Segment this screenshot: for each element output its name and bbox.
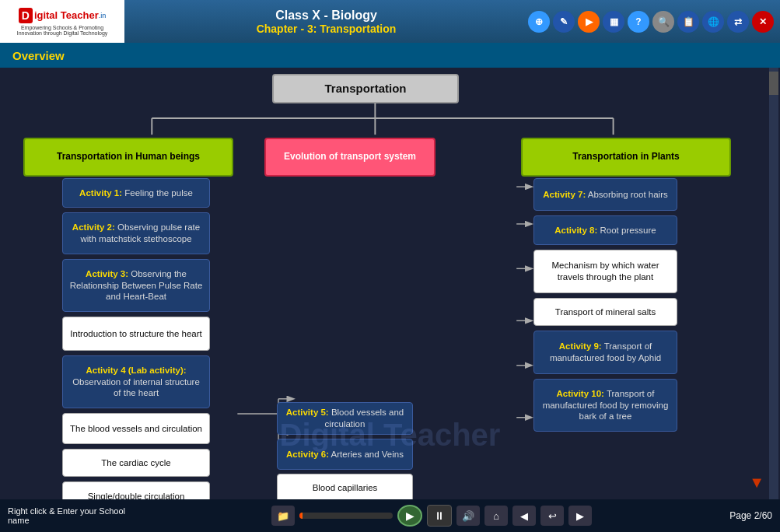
home-button[interactable]: ⌂ (484, 506, 508, 526)
scroll-down-indicator[interactable]: ▼ (749, 474, 764, 492)
footer-input-label: Right click & Enter your School name (8, 506, 140, 525)
left-item-8[interactable]: Single/double circulation (62, 481, 210, 499)
right-item-6[interactable]: Activity 10: Transport of manufactured f… (533, 379, 677, 432)
col2-header[interactable]: Evolution of transport system (264, 138, 435, 177)
overview-bar: Overview (0, 43, 780, 68)
header-center: Class X - Biology Chapter - 3: Transport… (124, 9, 528, 35)
logo-icon: D (19, 8, 33, 23)
footer-folder-btn[interactable]: 📁 (271, 506, 295, 526)
col3-header[interactable]: Transportation in Plants (521, 138, 731, 177)
next-button[interactable]: ▶ (568, 506, 592, 526)
left-item-5[interactable]: Activity 4 (Lab activity): Observation o… (62, 355, 210, 408)
left-item-2[interactable]: Activity 2: Observing pulse rate with ma… (62, 212, 210, 254)
left-item-4[interactable]: Introduction to structure the heart (62, 317, 210, 351)
icon-btn-4[interactable]: ▦ (603, 11, 624, 33)
logo: D igital Teacher .in Empowering Schools … (0, 0, 124, 43)
right-item-1[interactable]: Activity 7: Absorbing root hairs (533, 178, 677, 211)
mindmap: Transportation Transportation in Human b… (0, 68, 780, 499)
mid-item-2[interactable]: Activity 6: Arteries and Veins (277, 439, 413, 470)
logo-tagline1: Empowering Schools & Promoting (21, 25, 103, 30)
pause-button[interactable]: ⏸ (427, 505, 452, 527)
right-item-2[interactable]: Activity 8: Root pressure (533, 215, 677, 245)
icon-btn-2[interactable]: ✎ (553, 11, 575, 33)
progress-bar (299, 513, 393, 519)
refresh-button[interactable]: ↩ (540, 506, 564, 526)
main-content: Transportation Transportation in Human b… (0, 68, 780, 499)
left-item-1[interactable]: Activity 1: Feeling the pulse (62, 178, 210, 208)
footer: Right click & Enter your School name 📁 ▶… (0, 499, 780, 532)
scrollbar[interactable] (769, 68, 778, 499)
sub-title: Chapter - 3: Transportation (124, 23, 528, 35)
scrollbar-thumb[interactable] (769, 72, 778, 95)
right-item-5[interactable]: Activity 9: Transport of manufactured fo… (533, 331, 677, 374)
header: D igital Teacher .in Empowering Schools … (0, 0, 780, 43)
icon-btn-search[interactable]: 🔍 (652, 11, 674, 33)
col1-header[interactable]: Transportation in Human beings (23, 138, 233, 177)
logo-tagline2: Innovation through Digital Technology (17, 30, 108, 36)
top-node[interactable]: Transportation (272, 74, 459, 103)
volume-button[interactable]: 🔊 (456, 506, 480, 526)
logo-domain: .in (99, 12, 107, 19)
main-title: Class X - Biology (124, 9, 528, 23)
icon-btn-6[interactable]: 🌐 (702, 11, 724, 33)
mid-item-1[interactable]: Activity 5: Blood vessels and circulatio… (277, 402, 413, 435)
icon-btn-5[interactable]: 📋 (677, 11, 699, 33)
header-toolbar: ⊕ ✎ ▶ ▦ ? 🔍 📋 🌐 ⇄ ✕ (528, 11, 780, 33)
icon-btn-3[interactable]: ▶ (578, 11, 600, 33)
mid-item-3[interactable]: Blood capillaries (277, 474, 413, 499)
right-item-3[interactable]: Mechanism by which water travels through… (533, 250, 677, 293)
left-item-6[interactable]: The blood vessels and circulation (62, 413, 210, 444)
play-button[interactable]: ▶ (397, 505, 422, 527)
page-info: Page 2/60 (729, 510, 772, 521)
left-item-3[interactable]: Activity 3: Observing the Relationship B… (62, 259, 210, 312)
close-button[interactable]: ✕ (752, 11, 774, 33)
footer-controls: 📁 ▶ ⏸ 🔊 ⌂ ◀ ↩ ▶ (146, 505, 717, 527)
right-item-4[interactable]: Transport of mineral salts (533, 298, 677, 326)
left-item-7[interactable]: The cardiac cycle (62, 449, 210, 477)
icon-btn-help[interactable]: ? (628, 11, 649, 33)
prev-button[interactable]: ◀ (512, 506, 536, 526)
logo-title: igital Teacher (34, 9, 99, 21)
icon-btn-1[interactable]: ⊕ (528, 11, 550, 33)
progress-fill (299, 513, 303, 519)
overview-label: Overview (12, 49, 65, 62)
icon-btn-7[interactable]: ⇄ (727, 11, 749, 33)
